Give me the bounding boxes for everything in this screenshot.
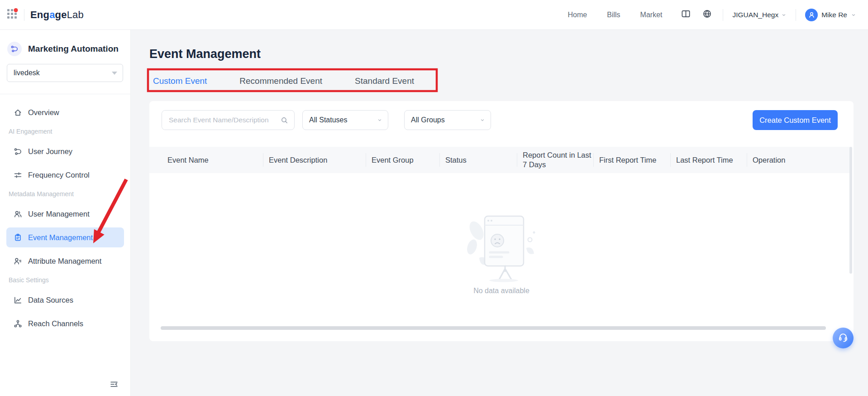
status-filter-select[interactable]: All Statuses	[302, 110, 388, 130]
attribute-icon	[14, 257, 22, 266]
sidebar-section-ai-engagement: AI Engagement	[6, 127, 124, 136]
clipboard-icon	[14, 233, 22, 242]
chevron-down-icon	[480, 117, 485, 123]
chevron-down-icon	[781, 12, 787, 18]
sidebar-item-frequency-control[interactable]: Frequency Control	[6, 165, 124, 185]
logo-lab-text: Lab	[67, 9, 84, 20]
app-selector-value: livedesk	[14, 69, 40, 77]
tab-standard-event[interactable]: Standard Event	[355, 75, 414, 87]
collapse-sidebar-icon[interactable]	[110, 380, 119, 391]
search-input[interactable]	[162, 111, 281, 130]
globe-icon[interactable]	[702, 9, 712, 20]
product-name: Marketing Automation	[28, 44, 119, 54]
horizontal-scrollbar[interactable]	[161, 326, 826, 330]
share-nodes-icon	[14, 319, 22, 328]
apps-grid-icon[interactable]	[6, 8, 18, 22]
nav-link-bills[interactable]: Bills	[607, 11, 620, 19]
sidebar-item-user-management[interactable]: User Management	[6, 204, 124, 224]
event-tabs: Custom EventRecommended EventStandard Ev…	[153, 75, 414, 87]
column-header-report-count-in-last-7-days: Report Count in Last 7 Days	[517, 147, 593, 173]
tab-recommended-event[interactable]: Recommended Event	[239, 75, 322, 87]
engagelab-logo[interactable]: EngageLab	[30, 9, 84, 21]
sidebar-item-user-journey[interactable]: User Journey	[6, 141, 124, 161]
marketing-automation-icon	[7, 42, 22, 56]
no-data-illustration	[458, 204, 544, 282]
sidebar-item-label: User Journey	[28, 147, 72, 156]
column-header-label: Status	[445, 155, 467, 165]
sidebar-item-label: Event Management	[28, 233, 93, 242]
logo-text: Eng	[30, 9, 49, 20]
user-menu[interactable]: Mike Re	[805, 9, 856, 21]
search-icon[interactable]	[281, 116, 288, 124]
sliders-icon	[14, 171, 22, 179]
table-header-row: Event NameEvent DescriptionEvent GroupSt…	[149, 147, 850, 173]
column-header-status: Status	[439, 147, 517, 173]
sidebar-section-metadata-management: Metadata Management	[6, 189, 124, 198]
home-icon	[14, 108, 22, 117]
header-divider	[723, 9, 723, 21]
column-header-label: First Report Time	[599, 155, 657, 165]
sidebar-item-label: Frequency Control	[28, 171, 90, 179]
chevron-down-icon	[377, 117, 382, 123]
sidebar-item-label: Overview	[28, 108, 59, 117]
org-switcher[interactable]: JIGUAN_Hegx	[732, 11, 787, 19]
org-name: JIGUAN_Hegx	[732, 11, 778, 19]
logo-text-2: ge	[55, 9, 67, 20]
sidebar-section-basic-settings: Basic Settings	[6, 275, 124, 285]
top-nav: HomeBillsMarket	[568, 11, 663, 19]
headset-support-icon	[838, 332, 849, 344]
sidebar-item-reach-channels[interactable]: Reach Channels	[6, 314, 124, 333]
sidebar-item-event-management[interactable]: Event Management	[6, 227, 124, 247]
sidebar-item-label: Data Sources	[28, 296, 73, 304]
column-header-label: Event Name	[167, 155, 209, 165]
journey-icon	[14, 147, 22, 156]
layout-columns-icon[interactable]	[681, 9, 691, 20]
group-filter-select[interactable]: All Groups	[404, 110, 491, 130]
support-fab[interactable]	[833, 328, 854, 348]
caret-down-icon	[112, 72, 117, 75]
column-header-label: Event Description	[269, 155, 327, 165]
header-divider	[24, 9, 24, 21]
nav-link-home[interactable]: Home	[568, 11, 587, 19]
sidebar-item-attribute-management[interactable]: Attribute Management	[6, 251, 124, 271]
empty-state-text: No data available	[149, 287, 854, 295]
sidebar-item-data-sources[interactable]: Data Sources	[6, 290, 124, 310]
create-custom-event-button[interactable]: Create Custom Event	[753, 110, 838, 130]
main-content: Event Management Custom EventRecommended…	[131, 30, 868, 396]
group-filter-value: All Groups	[411, 116, 445, 124]
tab-custom-event[interactable]: Custom Event	[153, 75, 207, 87]
column-header-event-name: Event Name	[149, 147, 263, 173]
sidebar-item-label: User Management	[28, 210, 90, 218]
column-header-first-report-time: First Report Time	[593, 147, 670, 173]
column-header-operation: Operation	[747, 147, 850, 173]
user-name: Mike Re	[821, 11, 847, 19]
column-header-event-description: Event Description	[263, 147, 366, 173]
search-box	[162, 110, 295, 130]
chart-line-icon	[14, 296, 22, 304]
logo-a-mark: a	[49, 9, 55, 20]
column-header-label: Report Count in Last 7 Days	[523, 150, 593, 169]
users-icon	[14, 210, 22, 218]
status-filter-value: All Statuses	[309, 116, 347, 124]
page-title: Event Management	[149, 47, 261, 61]
nav-link-market[interactable]: Market	[640, 11, 663, 19]
avatar	[805, 9, 818, 21]
chevron-down-icon	[851, 12, 856, 18]
event-table-card: All Statuses All Groups Create Custom Ev…	[149, 101, 854, 341]
product-header: Marketing Automation	[0, 30, 130, 56]
column-header-last-report-time: Last Report Time	[670, 147, 747, 173]
column-header-label: Operation	[753, 155, 785, 165]
column-header-label: Event Group	[372, 155, 414, 165]
sidebar-item-label: Attribute Management	[28, 257, 101, 266]
sidebar-menu: OverviewAI EngagementUser JourneyFrequen…	[0, 94, 130, 333]
column-header-label: Last Report Time	[676, 155, 733, 165]
header-divider	[796, 9, 796, 21]
empty-state: No data available	[149, 204, 854, 295]
column-header-event-group: Event Group	[366, 147, 439, 173]
app-selector[interactable]: livedesk	[7, 64, 123, 82]
top-header: EngageLab HomeBillsMarket JIGUAN_Hegx	[0, 0, 868, 30]
sidebar: Marketing Automation livedesk OverviewAI…	[0, 30, 131, 396]
sidebar-item-overview[interactable]: Overview	[6, 102, 124, 122]
sidebar-item-label: Reach Channels	[28, 319, 83, 328]
